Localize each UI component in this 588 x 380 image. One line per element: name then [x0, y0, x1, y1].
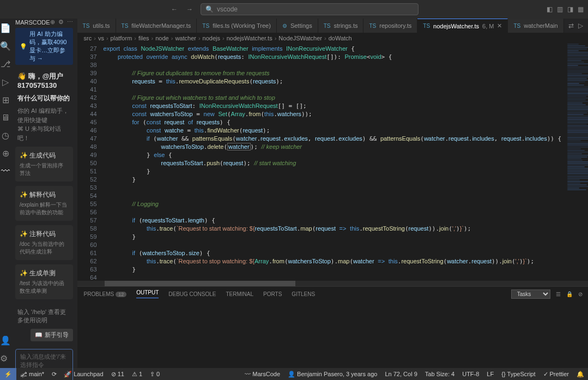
tab-files-ts-working-tree-[interactable]: TSfiles.ts (Working Tree): [197, 19, 277, 33]
file-type-icon: TS: [369, 23, 376, 29]
panel-tab-output[interactable]: OUTPUT: [136, 289, 159, 298]
new-chat-icon[interactable]: ⊕: [50, 19, 55, 26]
marscode-item[interactable]: 〰 MarsCode: [241, 371, 284, 378]
breadcrumb-seg[interactable]: files: [138, 35, 149, 41]
scrollbar-thumb[interactable]: [105, 281, 295, 286]
settings-icon[interactable]: ⚙: [58, 19, 64, 26]
breadcrumb-seg[interactable]: NodeJSWatcher: [278, 35, 322, 41]
nav-back-icon[interactable]: ←: [168, 4, 181, 14]
sync-item[interactable]: ⟳: [48, 371, 60, 378]
suggestion-card-0[interactable]: ✨ 生成代码生成一个冒泡排序算法: [15, 147, 73, 182]
testing-icon[interactable]: ⊕: [2, 148, 9, 159]
warnings-item[interactable]: ⚠ 1: [128, 371, 146, 378]
close-icon[interactable]: ✕: [497, 22, 502, 29]
breadcrumb-seg[interactable]: nodejsWatcher.ts: [227, 35, 272, 41]
tab-label: strings.ts: [334, 22, 357, 29]
tab-label: Settings: [290, 22, 312, 29]
remote-icon[interactable]: 🖥: [1, 113, 10, 123]
nav-forward-icon[interactable]: →: [183, 4, 196, 14]
card-title: ✨ 生成代码: [20, 151, 69, 160]
horizontal-scrollbar[interactable]: [77, 281, 588, 286]
lock-icon[interactable]: 🔒: [566, 291, 573, 297]
branch-item[interactable]: ⎇ main*: [16, 371, 48, 378]
more-icon[interactable]: ⋯: [67, 19, 73, 26]
timeline-icon[interactable]: ◷: [2, 130, 9, 141]
panel-tab-debug-console[interactable]: DEBUG CONSOLE: [168, 291, 216, 297]
launchpad-item[interactable]: 🚀 Launchpad: [60, 371, 107, 378]
extensions-icon[interactable]: ⊞: [2, 95, 9, 105]
file-type-icon: TS: [513, 23, 520, 29]
notifications-item[interactable]: 🔔: [573, 371, 588, 378]
minimap[interactable]: [565, 44, 588, 281]
layout-bottom-icon[interactable]: ▥: [557, 5, 563, 13]
breadcrumb-seg[interactable]: platform: [111, 35, 132, 41]
breadcrumb-seg[interactable]: src: [84, 35, 92, 41]
blame-item[interactable]: 👤 Benjamin Pasero, 3 years ago: [284, 371, 381, 378]
remote-indicator[interactable]: ⚡: [0, 368, 16, 380]
command-center[interactable]: 🔍 vscode: [201, 3, 419, 15]
errors-item[interactable]: ⊘ 11: [107, 371, 128, 378]
layout-left-icon[interactable]: ◧: [547, 5, 553, 13]
tab-nodejswatcher-ts[interactable]: TSnodejsWatcher.ts6, M✕: [417, 19, 508, 33]
card-title: ✨ 注释代码: [20, 230, 69, 239]
eol-item[interactable]: LF: [483, 371, 498, 378]
encoding-item[interactable]: UTF-8: [458, 371, 483, 378]
promo-banner[interactable]: 💡 用 AI 助力编码，赢取4090显卡…立即参与 →: [15, 28, 73, 65]
explorer-icon[interactable]: 📄: [0, 23, 11, 33]
line-gutter: 2737383940414243444546474849505152535455…: [77, 44, 104, 281]
lang-item[interactable]: {} TypeScript: [498, 371, 539, 378]
sidebar-title: MARSCODE: [15, 19, 50, 26]
editor-area: TSutils.tsTSfileWatcherManager.tsTSfiles…: [77, 19, 588, 368]
statusbar: ⚡ ⎇ main* ⟳ 🚀 Launchpad ⊘ 11 ⚠ 1 ⇪ 0 〰 M…: [0, 368, 588, 380]
suggestion-card-3[interactable]: ✨ 生成单测/test 为该选中的函数生成单测: [15, 264, 73, 299]
sidebar: MARSCODE ⊕ ⚙ ⋯ 💡 用 AI 助力编码，赢取4090显卡…立即参与…: [11, 19, 77, 368]
nav-buttons: ← →: [168, 4, 196, 14]
filter-icon[interactable]: ☰: [556, 291, 561, 297]
suggestion-card-1[interactable]: ✨ 解释代码/explain 解释一下当前选中函数的功能: [15, 186, 73, 221]
guide-button[interactable]: 📖 新手引导: [31, 329, 73, 341]
tabsize-item[interactable]: Tab Size: 4: [421, 371, 458, 378]
editor-body[interactable]: 2737383940414243444546474849505152535455…: [77, 44, 588, 281]
output-channel-select[interactable]: Tasks: [511, 289, 550, 299]
code-content[interactable]: export class NodeJSWatcher extends BaseW…: [104, 44, 565, 281]
breadcrumb-seg[interactable]: vs: [98, 35, 104, 41]
marscode-icon[interactable]: 〰: [0, 166, 10, 176]
layout-right-icon[interactable]: ◨: [567, 5, 573, 13]
breadcrumb-seg[interactable]: watcher: [175, 35, 196, 41]
search-icon[interactable]: 🔍: [0, 41, 11, 51]
panel-tabs: PROBLEMS12 OUTPUT DEBUG CONSOLE TERMINAL…: [77, 287, 588, 301]
suggestion-card-2[interactable]: ✨ 注释代码/doc 为当前选中的代码生成注释: [15, 225, 73, 260]
breadcrumb-seg[interactable]: nodejs: [203, 35, 220, 41]
account-icon[interactable]: 👤: [0, 335, 11, 346]
tab-utils-ts[interactable]: TSutils.ts: [77, 19, 116, 33]
tab-bar: TSutils.tsTSfileWatcherManager.tsTSfiles…: [77, 19, 588, 33]
card-title: ✨ 生成单测: [20, 269, 69, 278]
tab-strings-ts[interactable]: TSstrings.ts: [318, 19, 364, 33]
lncol-item[interactable]: Ln 72, Col 9: [381, 371, 421, 378]
tab-filewatchermanager-ts[interactable]: TSfileWatcherManager.ts: [116, 19, 197, 33]
tab-label: files.ts (Working Tree): [213, 22, 271, 29]
debug-run-icon[interactable]: ▷: [578, 22, 583, 29]
tab-settings[interactable]: ⚙Settings: [277, 19, 318, 33]
tab-repository-ts[interactable]: TSrepository.ts: [363, 19, 417, 33]
titlebar: ← → 🔍 vscode ◧ ▥ ◨ ▦: [0, 0, 588, 19]
source-control-icon[interactable]: ⎇: [1, 59, 10, 69]
ports-item[interactable]: ⇪ 0: [146, 371, 163, 378]
panel-tab-ports[interactable]: PORTS: [263, 291, 282, 297]
layout-custom-icon[interactable]: ▦: [578, 5, 584, 13]
panel-tab-problems[interactable]: PROBLEMS12: [84, 291, 127, 297]
panel-tab-terminal[interactable]: TERMINAL: [226, 291, 254, 297]
breadcrumb-seg[interactable]: doWatch: [329, 35, 352, 41]
tab-watchermain[interactable]: TSwatcherMain: [508, 19, 563, 33]
clear-icon[interactable]: ⊘: [578, 291, 583, 297]
compare-icon[interactable]: ⇄: [568, 22, 574, 29]
breadcrumb-seg[interactable]: node: [155, 35, 168, 41]
panel-tab-gitlens[interactable]: GITLENS: [292, 291, 315, 297]
tab-label: nodejsWatcher.ts: [433, 23, 479, 29]
breadcrumb[interactable]: src›vs›platform›files›node›watcher›nodej…: [77, 33, 588, 44]
settings-icon[interactable]: ⚙: [0, 353, 11, 364]
tab-label: watcherMain: [524, 22, 557, 29]
debug-icon[interactable]: ▷: [2, 77, 9, 87]
search-text: vscode: [217, 5, 238, 13]
prettier-item[interactable]: ✓ Prettier: [539, 371, 573, 378]
